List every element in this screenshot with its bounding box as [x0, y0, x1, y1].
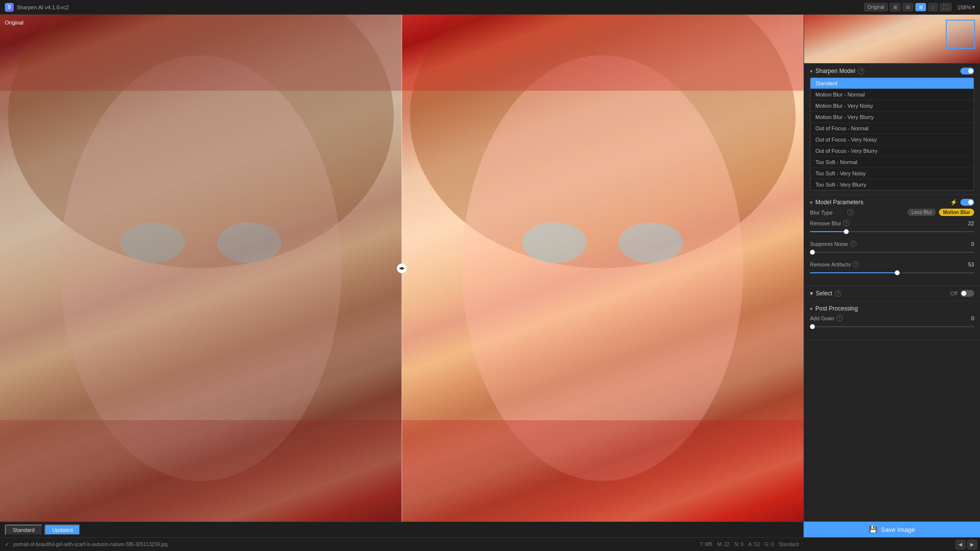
svg-rect-5	[0, 420, 402, 522]
lens-blur-tag[interactable]: Lens Blur	[907, 209, 936, 216]
original-button[interactable]: Original	[864, 3, 887, 11]
updated-tab-button[interactable]: Updated	[45, 525, 81, 535]
zoom-chevron-icon[interactable]: ▾	[972, 4, 975, 10]
svg-point-9	[619, 222, 683, 263]
model-item-motion-blur-normal[interactable]: Motion Blur - Normal	[810, 89, 974, 100]
model-item-out-focus-very-noisy[interactable]: Out of Focus - Very Noisy	[810, 134, 974, 145]
nav-prev-button[interactable]: ◀	[956, 540, 965, 550]
enhanced-image-bg	[402, 15, 804, 522]
model-item-motion-blur-very-noisy[interactable]: Motion Blur - Very Noisy	[810, 100, 974, 112]
status-n: N: 0	[735, 542, 743, 547]
original-label: Original	[5, 20, 24, 25]
view-grid1-button[interactable]: ⊞	[890, 3, 901, 11]
model-item-too-soft-very-noisy[interactable]: Too Soft - Very Noisy	[810, 168, 974, 179]
sharpen-model-title: Sharpen Model	[815, 68, 855, 74]
remove-artifacts-value: 53	[968, 262, 974, 267]
lightning-icon: ⚡	[950, 199, 957, 206]
model-parameters-title: Model Parameters	[815, 199, 863, 206]
motion-blur-tag[interactable]: Motion Blur	[939, 209, 974, 216]
suppress-noise-slider[interactable]	[810, 248, 974, 256]
app-icon: S	[5, 3, 14, 12]
status-a: A: 53	[748, 542, 760, 547]
status-filename: portrait-of-beautiful-girl-with-scarf-in…	[13, 542, 696, 547]
thumbnail-selector[interactable]	[946, 20, 975, 49]
zoom-display: 158% ▾	[957, 4, 975, 10]
process-bar: Standard Updated	[0, 522, 804, 537]
remove-blur-slider[interactable]	[810, 228, 974, 236]
model-parameters-toggle[interactable]	[960, 199, 974, 206]
original-image-bg	[0, 15, 402, 522]
select-collapse-icon: ▾	[810, 290, 813, 297]
status-m: M: 22	[717, 542, 730, 547]
svg-rect-10	[402, 15, 804, 91]
post-processing-section: ▾ Post Processing Add Grain ? 0	[804, 301, 980, 340]
blur-type-label: Blur Type	[810, 210, 844, 216]
suppress-noise-help-icon[interactable]: ?	[850, 240, 857, 247]
view-box-button[interactable]: □	[928, 3, 938, 11]
right-panel: ▾ Sharpen Model ? Standard Motion Blur -…	[804, 15, 980, 551]
status-meta: T: MB M: 22 N: 0 A: 53 G: 0 Standard	[700, 542, 799, 547]
model-item-too-soft-normal[interactable]: Too Soft - Normal	[810, 157, 974, 168]
model-parameters-section: ▾ Model Parameters ⚡ Blur Type ? Lens Bl…	[804, 195, 980, 286]
status-check-icon: ✓	[5, 541, 9, 548]
fullscreen-button[interactable]: ⛶	[940, 3, 952, 11]
standard-tab-button[interactable]: Standard	[5, 525, 43, 535]
select-help-icon[interactable]: ?	[835, 290, 841, 297]
svg-point-1	[60, 55, 342, 481]
remove-artifacts-help-icon[interactable]: ?	[853, 261, 859, 267]
add-grain-row: Add Grain ? 0	[810, 315, 974, 331]
collapse-icon: ▾	[810, 69, 812, 74]
status-bar: ✓ portrait-of-beautiful-girl-with-scarf-…	[0, 537, 804, 551]
model-parameters-header[interactable]: ▾ Model Parameters ⚡	[810, 199, 974, 206]
process-tab-row: Standard Updated	[5, 525, 80, 535]
status-g: G: 0	[765, 542, 774, 547]
post-proc-collapse-icon: ▾	[810, 306, 812, 311]
post-processing-title: Post Processing	[815, 305, 858, 312]
svg-point-3	[217, 222, 281, 263]
sharpen-model-toggle[interactable]	[960, 68, 974, 74]
select-title: Select	[816, 290, 832, 297]
remove-artifacts-slider[interactable]	[810, 269, 974, 277]
model-list: Standard Motion Blur - Normal Motion Blu…	[810, 77, 974, 191]
select-section: ▾ Select ? Off	[804, 286, 980, 301]
main-image-area: Original ◀▶	[0, 15, 804, 522]
remove-artifacts-row: Remove Artifacts ? 53	[810, 261, 974, 277]
image-canvas: Original ◀▶	[0, 15, 804, 522]
nav-next-button[interactable]: ▶	[967, 540, 977, 550]
split-handle[interactable]: ◀▶	[397, 264, 407, 273]
thumbnail-area	[804, 15, 980, 64]
save-area: 💾 Save Image	[804, 522, 980, 537]
sharpen-model-header[interactable]: ▾ Sharpen Model ?	[810, 68, 974, 74]
view-sidebyside-button[interactable]: ⊠	[915, 3, 926, 11]
zoom-value: 158%	[957, 4, 971, 10]
add-grain-value: 0	[971, 315, 974, 321]
select-status: Off	[951, 290, 957, 296]
save-label: Save Image	[881, 526, 915, 533]
status-t: T: MB	[700, 542, 712, 547]
remove-blur-help-icon[interactable]: ?	[843, 220, 850, 226]
svg-point-2	[121, 222, 185, 263]
add-grain-slider[interactable]	[810, 323, 974, 331]
model-item-out-focus-very-blurry[interactable]: Out of Focus - Very Blurry	[810, 145, 974, 157]
save-image-button[interactable]: 💾 Save Image	[804, 522, 980, 537]
post-processing-header[interactable]: ▾ Post Processing	[810, 305, 974, 312]
blur-type-row: Blur Type ? Lens Blur Motion Blur	[810, 209, 974, 216]
model-params-collapse-icon: ▾	[810, 200, 812, 205]
add-grain-help-icon[interactable]: ?	[836, 315, 843, 321]
model-item-standard[interactable]: Standard	[810, 78, 974, 89]
sharpen-model-help-icon[interactable]: ?	[858, 68, 864, 74]
suppress-noise-value: 0	[971, 241, 974, 247]
model-item-too-soft-very-blurry[interactable]: Too Soft - Very Blurry	[810, 179, 974, 190]
svg-rect-11	[402, 420, 804, 522]
add-grain-label: Add Grain	[810, 315, 834, 321]
remove-blur-row: Remove Blur ? 22	[810, 220, 974, 236]
model-item-motion-blur-very-blurry[interactable]: Motion Blur - Very Blurry	[810, 112, 974, 123]
svg-rect-4	[0, 15, 402, 91]
toolbar-icons: Original ⊞ ⊟ ⊠ □ ⛶ 158% ▾	[864, 3, 975, 11]
model-item-out-focus-normal[interactable]: Out of Focus - Normal	[810, 123, 974, 134]
view-grid2-button[interactable]: ⊟	[903, 3, 913, 11]
title-bar: S Sharpen AI v4.1.0-rc2 Original ⊞ ⊟ ⊠ □…	[0, 0, 980, 15]
enhanced-image-pane	[402, 15, 804, 522]
select-toggle[interactable]	[960, 290, 974, 297]
blur-type-help-icon[interactable]: ?	[847, 209, 854, 216]
